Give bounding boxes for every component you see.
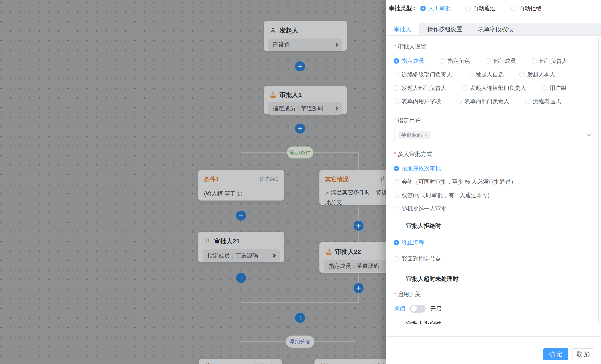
radio-specify-member[interactable]: 指定成员 — [394, 57, 424, 65]
node-config-text: 指定成员：芋道源码 — [273, 105, 323, 112]
add-node-button[interactable]: + — [236, 273, 246, 283]
empty-approver-title: 审批人为空时 — [402, 320, 445, 324]
radio-specify-role[interactable]: 指定角色 — [440, 57, 470, 65]
flow-node-parallel2[interactable]: 并行2 无优先级 — [314, 359, 398, 364]
radio-circle — [542, 85, 547, 91]
add-node-button[interactable]: + — [353, 221, 363, 231]
approver-setting-row1: 指定成员 指定角色 部门成员 部门负责人 — [394, 57, 568, 65]
flow-node-approver1[interactable]: 审批人1 指定成员：芋道源码 — [264, 86, 347, 114]
flow-node-parallel1[interactable]: 并行1 无优先级 — [199, 359, 282, 364]
radio-circle — [440, 58, 445, 64]
approver-config-panel: 审批类型： 人工审批 自动通过 自动拒绝 审批人 操作按钮设置 表单字段权限 *… — [386, 0, 601, 364]
node-config-row[interactable]: 指定成员：芋道源码 — [203, 249, 280, 262]
condition-priority: 优先级1 — [259, 175, 279, 183]
radio-dept-leader[interactable]: 部门负责人 — [531, 57, 568, 65]
radio-dept-member[interactable]: 部门成员 — [486, 57, 516, 65]
radio-circle — [420, 6, 426, 11]
node-config-row[interactable]: 指定成员：芋道源码 — [268, 102, 342, 115]
connector-line — [358, 152, 359, 170]
user-tag-label: 芋道源码 — [401, 132, 422, 139]
reject-option: 终止流程 — [394, 238, 424, 247]
radio-random-one[interactable]: 随机挑选一人审批 — [394, 205, 447, 212]
radio-manual-approval[interactable]: 人工审批 — [420, 5, 451, 12]
radio-user-group[interactable]: 用户组 — [542, 84, 566, 92]
cancel-button[interactable]: 取 消 — [572, 348, 594, 360]
enable-toggle[interactable] — [410, 305, 426, 313]
radio-circle — [465, 6, 471, 11]
multi-approve-option: 随机挑选一人审批 — [394, 204, 447, 213]
radio-circle — [394, 99, 399, 104]
radio-auto-reject[interactable]: 自动拒绝 — [511, 5, 541, 12]
clipped-section: 审批人为空时 — [386, 320, 601, 324]
enable-switch-row: 关闭 开启 — [394, 304, 441, 313]
node-title-row: 发起人 — [264, 21, 347, 35]
multi-approve-option: 会签（可同时审批，至少 % 人必须审批通过） — [394, 178, 516, 186]
required-asterisk: * — [394, 117, 396, 123]
node-title-row: 条件1 优先级1 — [198, 170, 284, 183]
radio-circle — [394, 206, 399, 211]
node-title-row: 并行1 无优先级 — [199, 359, 282, 364]
chevron-right-icon — [334, 43, 338, 47]
chevron-right-icon — [271, 253, 276, 258]
node-title: 审批人1 — [280, 91, 302, 99]
flow-node-condition1[interactable]: 条件1 优先级1 (输入框 等于 1） — [198, 170, 284, 201]
radio-circle — [394, 72, 399, 77]
approver-setting-row4: 表单内用户字段 表单内部门负责人 流程表达式 — [394, 97, 561, 105]
add-node-button[interactable]: + — [295, 61, 305, 71]
radio-form-dept-leader[interactable]: 表单内部门负责人 — [456, 98, 509, 105]
radio-circle — [511, 6, 517, 11]
flow-node-initiator[interactable]: 发起人 已设置 — [264, 21, 347, 51]
stamp-icon — [270, 91, 277, 99]
radio-sequential-approval[interactable]: 按顺序依次审批 — [394, 165, 441, 172]
radio-return-to-node[interactable]: 驳回到指定节点 — [394, 255, 441, 263]
confirm-button[interactable]: 确 定 — [543, 348, 568, 360]
radio-process-expression[interactable]: 流程表达式 — [525, 98, 561, 105]
radio-countersign[interactable]: 会签（可同时审批，至少 % 人必须审批通过） — [394, 178, 516, 185]
app-root: + + + + + + + 发起人 已设置 — [0, 0, 601, 364]
required-asterisk: * — [394, 43, 396, 50]
add-node-button[interactable]: + — [295, 313, 305, 323]
radio-initiator-dept-leader[interactable]: 发起人部门负责人 — [394, 84, 447, 92]
assign-user-select[interactable]: 芋道源码 × — [394, 129, 594, 141]
add-branch-button[interactable]: 添加分支 — [286, 335, 314, 348]
radio-circle — [486, 58, 491, 64]
add-node-button[interactable]: + — [236, 211, 246, 221]
node-config-row[interactable]: 已设置 — [268, 39, 342, 51]
node-title: 发起人 — [280, 26, 298, 35]
radio-multi-level-dept-leader[interactable]: 连续多级部门负责人 — [394, 71, 452, 78]
panel-tabs: 审批人 操作按钮设置 表单字段权限 — [386, 23, 601, 36]
tab-approver[interactable]: 审批人 — [386, 23, 420, 35]
tag-close-icon[interactable]: × — [424, 132, 427, 138]
tab-button-settings[interactable]: 操作按钮设置 — [420, 23, 470, 35]
radio-circle — [394, 256, 399, 262]
approval-type-row: 审批类型： 人工审批 自动通过 自动拒绝 — [389, 4, 541, 13]
radio-auto-approve[interactable]: 自动通过 — [465, 5, 496, 12]
connector-line — [356, 341, 356, 359]
node-title-row: 审批人21 — [198, 232, 284, 246]
condition-expression: (输入框 等于 1） — [198, 183, 284, 199]
condition-title: 条件1 — [204, 175, 219, 183]
radio-initiator-choose[interactable]: 发起人自选 — [468, 71, 504, 78]
stamp-icon — [204, 238, 211, 245]
radio-circle — [519, 72, 525, 77]
add-condition-button[interactable]: 添加条件 — [287, 146, 313, 159]
radio-initiator-consecutive-dept-leader[interactable]: 发起人连续部门负责人 — [462, 84, 526, 92]
radio-circle — [456, 99, 462, 104]
tab-form-field-permission[interactable]: 表单字段权限 — [470, 23, 521, 35]
radio-or-sign[interactable]: 或签(可同时审批，有一人通过即可) — [394, 192, 490, 199]
node-title: 审批人21 — [214, 237, 240, 246]
multi-approve-option: 按顺序依次审批 — [394, 164, 441, 173]
node-config-text: 指定成员：芋道源码 — [329, 262, 379, 270]
panel-scrollbar[interactable] — [598, 37, 599, 324]
add-node-button[interactable]: + — [353, 283, 363, 293]
flow-node-approver21[interactable]: 审批人21 指定成员：芋道源码 — [198, 232, 284, 262]
radio-circle — [394, 179, 399, 184]
timeout-section-divider: 审批人超时未处理时 — [394, 279, 594, 279]
radio-initiator-self[interactable]: 发起人本人 — [519, 71, 555, 78]
approver-setting-row3: 发起人部门负责人 发起人连续部门负责人 用户组 — [394, 84, 566, 92]
radio-terminate-process[interactable]: 终止流程 — [394, 239, 424, 246]
radio-form-user-field[interactable]: 表单内用户字段 — [394, 98, 441, 105]
add-node-button[interactable]: + — [295, 123, 305, 133]
add-condition-label: 添加条件 — [289, 149, 311, 156]
user-tag[interactable]: 芋道源码 × — [398, 131, 430, 139]
